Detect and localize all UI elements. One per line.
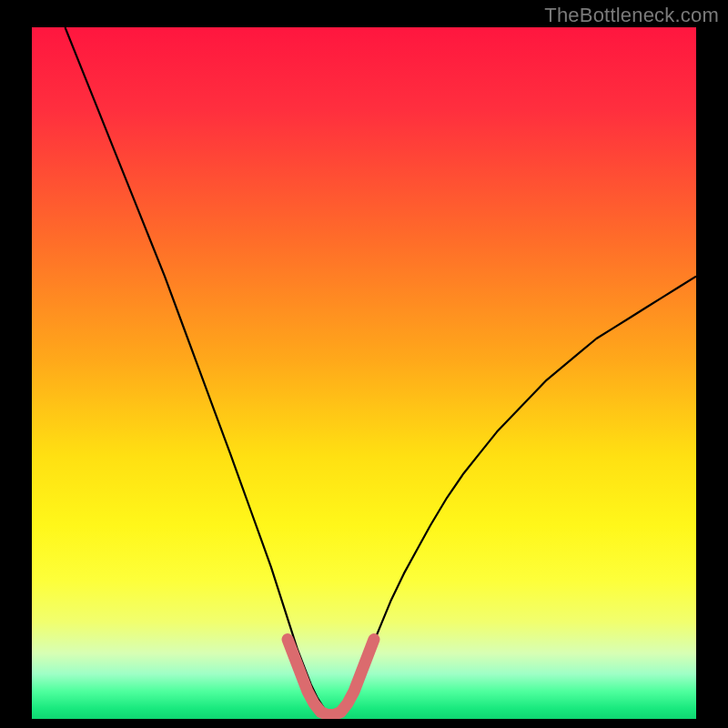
chart-frame: TheBottleneck.com xyxy=(0,0,728,728)
gradient-background xyxy=(32,27,696,719)
watermark-text: TheBottleneck.com xyxy=(544,4,719,27)
bottleneck-chart xyxy=(32,27,696,719)
plot-area xyxy=(32,27,696,719)
